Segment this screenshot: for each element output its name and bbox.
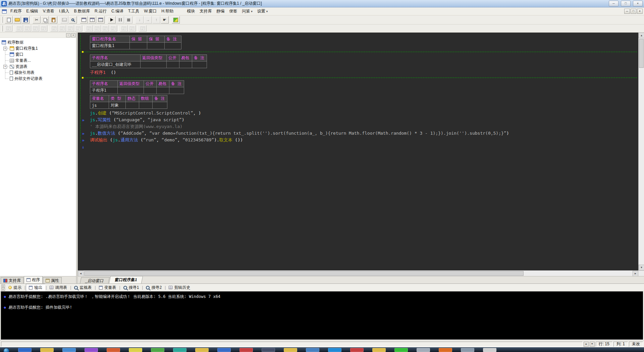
menu-window[interactable]: W.窗口 <box>142 7 159 15</box>
taskbar-item[interactable] <box>40 348 54 352</box>
taskbar-item[interactable] <box>417 348 430 352</box>
dock-tab-clip-history[interactable]: 剪辑历史 <box>166 284 193 291</box>
taskbar-item[interactable] <box>173 348 186 352</box>
assembly-table-cell[interactable] <box>165 43 181 49</box>
plugin-tool-button[interactable] <box>172 16 180 24</box>
menu-help[interactable]: H.帮助 <box>159 7 176 15</box>
local-var-table-cell[interactable] <box>126 102 139 109</box>
taskbar-item[interactable] <box>129 348 142 352</box>
taskbar-item[interactable] <box>239 348 253 352</box>
taskbar-item[interactable] <box>483 348 496 352</box>
sidebar-tab-properties[interactable]: 属性 <box>43 277 62 283</box>
sub-table-startup-cell[interactable] <box>141 61 167 68</box>
tree-item-resource-table[interactable]: +资源表 <box>3 63 75 70</box>
layout-workspace-button[interactable] <box>80 16 88 24</box>
menu-static-compile[interactable]: 静编 <box>214 7 227 15</box>
menu-run[interactable]: R.运行 <box>92 7 109 15</box>
sidebar-tab-program[interactable]: 程序 <box>24 276 43 283</box>
menu-tools[interactable]: T.工具 <box>126 7 142 15</box>
close-button[interactable]: × <box>633 1 643 6</box>
expander-icon[interactable]: + <box>3 47 7 50</box>
dock-tab-search1[interactable]: 搜寻1 <box>121 284 142 291</box>
cut-button[interactable]: ✂ <box>33 16 41 24</box>
tree-item-window[interactable]: 窗口 <box>3 51 75 57</box>
code-line[interactable]: »js.数值方法 (“AddCode”, “var demo=function(… <box>82 130 638 137</box>
sub-table-sub1-cell[interactable] <box>157 87 169 94</box>
sidebar-tab-support-lib[interactable]: 支持库 <box>1 277 23 283</box>
vscroll-thumb[interactable] <box>639 39 644 68</box>
open-file-button[interactable] <box>13 16 21 24</box>
taskbar-item[interactable] <box>394 348 408 352</box>
scroll-left-button[interactable]: ◄ <box>78 271 84 276</box>
taskbar-item[interactable] <box>439 348 452 352</box>
dock-tab-variable-table[interactable]: 变量表 <box>96 284 119 291</box>
menu-insert[interactable]: I.插入 <box>57 7 72 15</box>
scroll-down-button[interactable]: ▼ <box>639 265 644 270</box>
minimize-button[interactable]: ─ <box>609 1 619 6</box>
menu-ask[interactable]: 问策▾ <box>239 7 255 15</box>
dock-tab-watch-table[interactable]: 监视表 <box>71 284 94 291</box>
menu-database[interactable]: B.数据库 <box>72 7 92 15</box>
mdi-minimize-button[interactable]: ─ <box>624 9 630 14</box>
find-button[interactable] <box>69 16 77 24</box>
tree-item-external-file-table[interactable]: 外部文件记录表 <box>3 76 75 82</box>
panel-float-button[interactable]: ▫ <box>66 33 70 37</box>
status-up-button[interactable]: ▲ <box>584 342 589 347</box>
menu-settings[interactable]: 设置▾ <box>255 7 270 15</box>
scroll-up-button[interactable]: ▲ <box>639 33 644 38</box>
code-line[interactable]: »js.写属性 (“Language”, “java script”) <box>82 117 638 123</box>
panel-close-button[interactable]: × <box>71 33 75 37</box>
taskbar-item[interactable] <box>151 348 164 352</box>
expander-icon[interactable]: + <box>3 65 7 69</box>
editor-vscrollbar[interactable]: ▲ ▼ <box>638 33 644 270</box>
sub-table-startup-cell[interactable] <box>167 61 179 68</box>
maximize-button[interactable]: □ <box>621 1 631 6</box>
copy-button[interactable] <box>41 16 49 24</box>
status-down-button[interactable]: ▼ <box>590 342 595 347</box>
dock-tab-call-table[interactable]: 调用表 <box>47 284 70 291</box>
start-button[interactable] <box>3 348 9 352</box>
sub-table-sub1-cell[interactable] <box>169 87 184 94</box>
vscroll-track[interactable] <box>639 38 644 265</box>
toolbar-grip[interactable] <box>2 26 3 32</box>
taskbar-item[interactable] <box>328 348 341 352</box>
dock-tab-hints[interactable]: 提示 <box>6 284 24 291</box>
taskbar-item[interactable] <box>306 348 319 352</box>
hscroll-track[interactable] <box>84 271 633 276</box>
tree-root-program-data[interactable]: 程序数据 <box>1 39 75 45</box>
local-var-table-cell[interactable] <box>139 102 153 109</box>
local-var-table-cell[interactable]: js <box>90 102 109 109</box>
local-var-table-cell[interactable] <box>153 102 167 109</box>
doc-tab-window-assembly-1[interactable]: 窗口程序集1 <box>109 276 143 283</box>
taskbar-item[interactable] <box>85 348 98 352</box>
menu-program[interactable]: F.程序 <box>8 7 24 15</box>
scroll-right-button[interactable]: ► <box>633 271 638 276</box>
assembly-table-cell[interactable]: 窗口程序集1 <box>90 43 130 49</box>
assembly-table-cell[interactable] <box>147 43 165 49</box>
taskbar-item[interactable] <box>107 348 120 352</box>
taskbar-item[interactable] <box>284 348 297 352</box>
code-line[interactable]: js.创建 (“MSScriptControl.ScriptControl”, … <box>82 110 638 117</box>
run-button[interactable] <box>108 16 116 24</box>
tree-item-constant-table[interactable]: 常量表... <box>3 57 75 63</box>
menu-compile[interactable]: C.编译 <box>109 7 126 15</box>
mdi-close-button[interactable]: × <box>637 9 643 14</box>
toggle-breakpoint-button[interactable]: ☛ <box>161 16 169 24</box>
editor-hscrollbar[interactable]: ◄ ► <box>78 270 644 276</box>
hscroll-thumb[interactable] <box>84 271 524 276</box>
sub-table-startup-cell[interactable]: __启动窗口_创建完毕 <box>90 61 141 68</box>
tree-item-module-ref-table[interactable]: 模块引用表 <box>3 70 75 76</box>
dock-close-button[interactable]: × <box>1 284 5 288</box>
toolbar-grip[interactable] <box>2 17 3 23</box>
taskbar-item[interactable] <box>62 348 76 352</box>
code-editor[interactable]: 窗口程序集名保 留保 留备 注窗口程序集1子程序名返回值类型公开易包备 注__启… <box>78 33 638 270</box>
sub-table-startup-cell[interactable] <box>192 61 207 68</box>
sub-table-sub1-cell[interactable] <box>118 87 144 94</box>
doc-tab-startup-window[interactable]: _启动窗口 <box>80 277 110 283</box>
sub-table-sub1-cell[interactable]: 子程序1 <box>90 87 118 94</box>
new-file-button[interactable] <box>5 16 13 24</box>
save-file-button[interactable] <box>21 16 30 24</box>
code-line[interactable]: »调试输出 (js.通用方法 (“run”, “demo”, “01234567… <box>82 137 638 143</box>
taskbar-item[interactable] <box>461 348 474 352</box>
taskbar-item[interactable] <box>195 348 209 352</box>
